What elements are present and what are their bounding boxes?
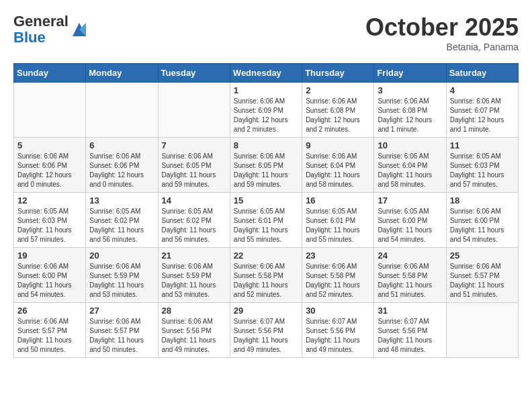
day-info: Sunrise: 6:05 AM Sunset: 6:02 PM Dayligh… <box>162 207 226 244</box>
calendar-week-5: 26Sunrise: 6:06 AM Sunset: 5:57 PM Dayli… <box>14 303 519 358</box>
calendar-cell: 21Sunrise: 6:06 AM Sunset: 5:59 PM Dayli… <box>158 248 230 303</box>
day-info: Sunrise: 6:06 AM Sunset: 5:56 PM Dayligh… <box>162 317 226 355</box>
calendar-cell: 18Sunrise: 6:06 AM Sunset: 6:00 PM Dayli… <box>446 193 518 248</box>
day-number: 27 <box>89 306 154 316</box>
calendar-header-saturday: Saturday <box>446 64 518 83</box>
day-info: Sunrise: 6:06 AM Sunset: 5:59 PM Dayligh… <box>162 262 226 300</box>
day-info: Sunrise: 6:06 AM Sunset: 5:57 PM Dayligh… <box>89 317 154 355</box>
calendar-cell <box>86 83 158 138</box>
day-number: 24 <box>378 250 442 261</box>
day-info: Sunrise: 6:07 AM Sunset: 5:56 PM Dayligh… <box>378 317 442 355</box>
day-number: 31 <box>378 306 442 316</box>
day-info: Sunrise: 6:06 AM Sunset: 5:58 PM Dayligh… <box>234 262 298 300</box>
day-number: 20 <box>89 250 154 261</box>
day-number: 4 <box>450 85 515 95</box>
day-info: Sunrise: 6:06 AM Sunset: 6:08 PM Dayligh… <box>306 97 370 134</box>
calendar-cell: 16Sunrise: 6:05 AM Sunset: 6:01 PM Dayli… <box>302 193 374 248</box>
day-number: 11 <box>450 140 515 150</box>
day-info: Sunrise: 6:05 AM Sunset: 6:02 PM Dayligh… <box>89 207 154 244</box>
day-number: 30 <box>306 306 370 316</box>
day-info: Sunrise: 6:06 AM Sunset: 5:58 PM Dayligh… <box>378 262 442 300</box>
day-number: 26 <box>17 306 82 316</box>
logo: General Blue <box>13 13 89 46</box>
day-number: 9 <box>306 140 370 150</box>
day-info: Sunrise: 6:07 AM Sunset: 5:56 PM Dayligh… <box>234 317 298 355</box>
day-number: 21 <box>162 250 226 261</box>
day-info: Sunrise: 6:06 AM Sunset: 6:04 PM Dayligh… <box>306 152 370 189</box>
calendar-cell <box>158 83 230 138</box>
day-info: Sunrise: 6:06 AM Sunset: 6:08 PM Dayligh… <box>378 97 442 134</box>
calendar-cell: 29Sunrise: 6:07 AM Sunset: 5:56 PM Dayli… <box>230 303 302 358</box>
calendar-cell: 26Sunrise: 6:06 AM Sunset: 5:57 PM Dayli… <box>14 303 86 358</box>
day-info: Sunrise: 6:07 AM Sunset: 5:56 PM Dayligh… <box>306 317 370 355</box>
day-info: Sunrise: 6:05 AM Sunset: 6:01 PM Dayligh… <box>234 207 298 244</box>
day-info: Sunrise: 6:05 AM Sunset: 6:03 PM Dayligh… <box>450 152 515 189</box>
calendar-cell: 10Sunrise: 6:06 AM Sunset: 6:04 PM Dayli… <box>374 138 446 193</box>
calendar-header-monday: Monday <box>86 64 158 83</box>
calendar-cell: 2Sunrise: 6:06 AM Sunset: 6:08 PM Daylig… <box>302 83 374 138</box>
calendar-header-thursday: Thursday <box>302 64 374 83</box>
calendar-header-row: SundayMondayTuesdayWednesdayThursdayFrid… <box>14 64 519 83</box>
day-number: 6 <box>89 140 154 150</box>
day-number: 16 <box>306 195 370 205</box>
day-info: Sunrise: 6:06 AM Sunset: 6:05 PM Dayligh… <box>234 152 298 189</box>
day-number: 1 <box>234 85 298 95</box>
day-number: 28 <box>162 306 226 316</box>
calendar-header-tuesday: Tuesday <box>158 64 230 83</box>
day-info: Sunrise: 6:05 AM Sunset: 6:00 PM Dayligh… <box>378 207 442 244</box>
day-info: Sunrise: 6:06 AM Sunset: 5:57 PM Dayligh… <box>450 262 515 300</box>
calendar-cell: 27Sunrise: 6:06 AM Sunset: 5:57 PM Dayli… <box>86 303 158 358</box>
day-number: 19 <box>17 250 82 261</box>
calendar-cell: 13Sunrise: 6:05 AM Sunset: 6:02 PM Dayli… <box>86 193 158 248</box>
calendar-week-4: 19Sunrise: 6:06 AM Sunset: 6:00 PM Dayli… <box>14 248 519 303</box>
day-number: 15 <box>234 195 298 205</box>
day-number: 29 <box>234 306 298 316</box>
calendar-cell: 19Sunrise: 6:06 AM Sunset: 6:00 PM Dayli… <box>14 248 86 303</box>
calendar-header-sunday: Sunday <box>14 64 86 83</box>
day-number: 3 <box>378 85 442 95</box>
calendar-cell: 31Sunrise: 6:07 AM Sunset: 5:56 PM Dayli… <box>374 303 446 358</box>
calendar-cell <box>446 303 518 358</box>
calendar-cell: 30Sunrise: 6:07 AM Sunset: 5:56 PM Dayli… <box>302 303 374 358</box>
day-number: 17 <box>378 195 442 205</box>
day-number: 8 <box>234 140 298 150</box>
calendar-cell: 6Sunrise: 6:06 AM Sunset: 6:06 PM Daylig… <box>86 138 158 193</box>
calendar-cell: 28Sunrise: 6:06 AM Sunset: 5:56 PM Dayli… <box>158 303 230 358</box>
calendar-cell: 9Sunrise: 6:06 AM Sunset: 6:04 PM Daylig… <box>302 138 374 193</box>
day-number: 14 <box>162 195 226 205</box>
day-number: 23 <box>306 250 370 261</box>
month-title: October 2025 <box>365 13 519 42</box>
day-number: 25 <box>450 250 515 261</box>
day-number: 18 <box>450 195 515 205</box>
calendar-cell: 15Sunrise: 6:05 AM Sunset: 6:01 PM Dayli… <box>230 193 302 248</box>
calendar-table: SundayMondayTuesdayWednesdayThursdayFrid… <box>13 63 519 358</box>
day-info: Sunrise: 6:06 AM Sunset: 6:06 PM Dayligh… <box>89 152 154 189</box>
calendar-cell: 5Sunrise: 6:06 AM Sunset: 6:06 PM Daylig… <box>14 138 86 193</box>
title-area: October 2025 Betania, Panama <box>365 13 519 52</box>
calendar-week-3: 12Sunrise: 6:05 AM Sunset: 6:03 PM Dayli… <box>14 193 519 248</box>
calendar-week-2: 5Sunrise: 6:06 AM Sunset: 6:06 PM Daylig… <box>14 138 519 193</box>
calendar-cell: 8Sunrise: 6:06 AM Sunset: 6:05 PM Daylig… <box>230 138 302 193</box>
calendar-cell: 3Sunrise: 6:06 AM Sunset: 6:08 PM Daylig… <box>374 83 446 138</box>
day-info: Sunrise: 6:06 AM Sunset: 6:00 PM Dayligh… <box>450 207 515 244</box>
calendar-cell: 20Sunrise: 6:06 AM Sunset: 5:59 PM Dayli… <box>86 248 158 303</box>
day-number: 22 <box>234 250 298 261</box>
day-info: Sunrise: 6:05 AM Sunset: 6:03 PM Dayligh… <box>17 207 82 244</box>
logo-blue-text: Blue <box>13 29 46 46</box>
page-header: General Blue October 2025 Betania, Panam… <box>13 13 519 52</box>
calendar-cell: 22Sunrise: 6:06 AM Sunset: 5:58 PM Dayli… <box>230 248 302 303</box>
day-number: 13 <box>89 195 154 205</box>
day-number: 10 <box>378 140 442 150</box>
day-info: Sunrise: 6:06 AM Sunset: 6:00 PM Dayligh… <box>17 262 82 300</box>
day-info: Sunrise: 6:06 AM Sunset: 5:59 PM Dayligh… <box>89 262 154 300</box>
day-info: Sunrise: 6:06 AM Sunset: 6:09 PM Dayligh… <box>234 97 298 134</box>
calendar-cell: 12Sunrise: 6:05 AM Sunset: 6:03 PM Dayli… <box>14 193 86 248</box>
calendar-cell: 23Sunrise: 6:06 AM Sunset: 5:58 PM Dayli… <box>302 248 374 303</box>
calendar-header-friday: Friday <box>374 64 446 83</box>
calendar-cell: 11Sunrise: 6:05 AM Sunset: 6:03 PM Dayli… <box>446 138 518 193</box>
calendar-cell: 24Sunrise: 6:06 AM Sunset: 5:58 PM Dayli… <box>374 248 446 303</box>
calendar-week-1: 1Sunrise: 6:06 AM Sunset: 6:09 PM Daylig… <box>14 83 519 138</box>
day-number: 2 <box>306 85 370 95</box>
day-info: Sunrise: 6:06 AM Sunset: 5:58 PM Dayligh… <box>306 262 370 300</box>
calendar-cell: 25Sunrise: 6:06 AM Sunset: 5:57 PM Dayli… <box>446 248 518 303</box>
